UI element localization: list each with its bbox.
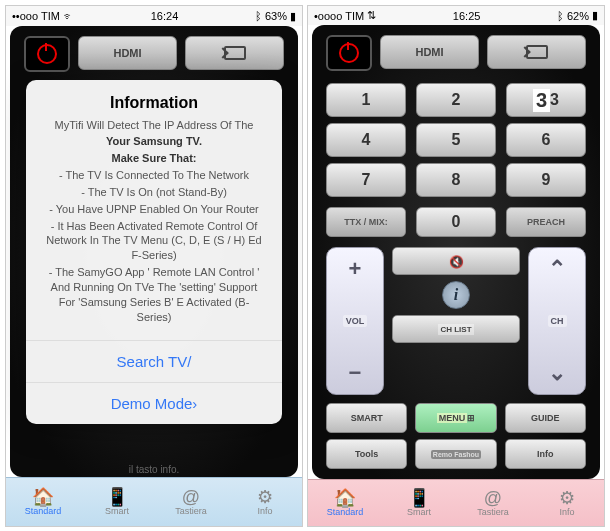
wifi-icon: ᯤ — [63, 10, 74, 22]
tab-tastiera[interactable]: @Tastiera — [154, 478, 228, 526]
home-icon: 🏠 — [32, 488, 54, 506]
phone-right: •ooooTIM⇅ 16:25 ᛒ62%▮ HDMI 1 2 33 4 5 6 … — [307, 5, 605, 527]
num-5[interactable]: 5 — [416, 123, 496, 157]
bluetooth-icon: ᛒ — [255, 10, 262, 22]
mute-button[interactable] — [392, 247, 520, 275]
info-btn2[interactable]: Info — [505, 439, 586, 469]
tools-button[interactable]: Tools — [326, 439, 407, 469]
num-7[interactable]: 7 — [326, 163, 406, 197]
clock: 16:25 — [453, 10, 481, 22]
guide-button[interactable]: GUIDE — [505, 403, 586, 433]
tab-standard[interactable]: 🏠Standard — [308, 480, 382, 526]
home-icon: 🏠 — [334, 489, 356, 507]
modal-line: - It Has Been Activated Remote Control O… — [42, 219, 266, 264]
smart-button[interactable]: SMART — [326, 403, 407, 433]
bluetooth-icon: ᛒ — [557, 10, 564, 22]
num-6[interactable]: 6 — [506, 123, 586, 157]
source-icon — [526, 45, 548, 59]
tab-smart[interactable]: 📱Smart — [80, 478, 154, 526]
volume-rocker[interactable]: + VOL − — [326, 247, 384, 395]
num-1[interactable]: 1 — [326, 83, 406, 117]
info-modal: Information MyTifi Will Detect The IP Ad… — [26, 80, 282, 425]
battery-icon: ▮ — [592, 9, 598, 22]
chlist-button[interactable]: CH LIST — [392, 315, 520, 343]
vol-down[interactable]: − — [349, 360, 362, 386]
tab-smart[interactable]: 📱Smart — [382, 480, 456, 526]
remo-button[interactable]: Remo Fashou — [415, 439, 496, 469]
modal-line: - You Have UPNP Enabled On Your Router — [42, 202, 266, 217]
num-9[interactable]: 9 — [506, 163, 586, 197]
battery-pct: 63% — [265, 10, 287, 22]
power-button[interactable] — [326, 35, 372, 71]
carrier: TIM — [41, 10, 60, 22]
ch-up[interactable]: ⌃ — [548, 256, 566, 282]
status-bar: •ooooTIM⇅ 16:25 ᛒ62%▮ — [308, 6, 604, 25]
num-0[interactable]: 0 — [416, 207, 496, 237]
at-icon: @ — [182, 488, 200, 506]
tab-info[interactable]: ⚙Info — [530, 480, 604, 526]
signal-dots-icon: ••ooo — [12, 10, 38, 22]
prech-button[interactable]: PREACH — [506, 207, 586, 237]
modal-line: Make Sure That: — [42, 151, 266, 166]
tab-bar: 🏠Standard 📱Smart @Tastiera ⚙Info — [6, 477, 302, 526]
ttx-button[interactable]: TTX / MIX: — [326, 207, 406, 237]
status-bar: ••oooTIMᯤ 16:24 ᛒ63%▮ — [6, 6, 302, 26]
num-8[interactable]: 8 — [416, 163, 496, 197]
power-icon — [339, 43, 359, 63]
tab-info[interactable]: ⚙Info — [228, 478, 302, 526]
tab-tastiera[interactable]: @Tastiera — [456, 480, 530, 526]
ch-down[interactable]: ⌄ — [548, 360, 566, 386]
gear-icon: ⚙ — [559, 489, 575, 507]
modal-title: Information — [42, 94, 266, 112]
menu-button[interactable]: MENU⊞ — [415, 403, 496, 433]
demo-mode-button[interactable]: Demo Mode› — [26, 382, 282, 424]
num-4[interactable]: 4 — [326, 123, 406, 157]
num-2[interactable]: 2 — [416, 83, 496, 117]
at-icon: @ — [484, 489, 502, 507]
phone-left: ••oooTIMᯤ 16:24 ᛒ63%▮ HDMI il tasto info… — [5, 5, 303, 527]
clock: 16:24 — [151, 10, 179, 22]
number-pad: 1 2 33 4 5 6 7 8 9 — [326, 83, 586, 197]
channel-rocker[interactable]: ⌃ CH ⌄ — [528, 247, 586, 395]
tab-standard[interactable]: 🏠Standard — [6, 478, 80, 526]
phone-icon: 📱 — [106, 488, 128, 506]
modal-line: Your Samsung TV. — [42, 134, 266, 149]
modal-line: - The SamyGO App ' Remote LAN Control ' … — [42, 265, 266, 324]
search-tv-button[interactable]: Search TV/ — [26, 340, 282, 382]
source-button[interactable] — [487, 35, 586, 69]
remote-body: HDMI 1 2 33 4 5 6 7 8 9 TTX / MIX: 0 PRE… — [312, 25, 600, 479]
battery-pct: 62% — [567, 10, 589, 22]
phone-icon: 📱 — [408, 489, 430, 507]
tab-bar: 🏠Standard 📱Smart @Tastiera ⚙Info — [308, 479, 604, 526]
signal-dots-icon: •oooo — [314, 10, 342, 22]
modal-line: - The TV Is Connected To The Network — [42, 168, 266, 183]
mute-icon — [449, 255, 463, 267]
num-3[interactable]: 33 — [506, 83, 586, 117]
battery-icon: ▮ — [290, 10, 296, 23]
modal-line: MyTifi Will Detect The IP Address Of The — [42, 118, 266, 133]
modal-backdrop: Information MyTifi Will Detect The IP Ad… — [6, 26, 302, 478]
vol-up[interactable]: + — [349, 256, 362, 282]
modal-line: - The TV Is On (not Stand-By) — [42, 185, 266, 200]
hdmi-button[interactable]: HDMI — [380, 35, 479, 69]
info-button[interactable]: i — [442, 281, 470, 309]
carrier: TIM — [345, 10, 364, 22]
gear-icon: ⚙ — [257, 488, 273, 506]
